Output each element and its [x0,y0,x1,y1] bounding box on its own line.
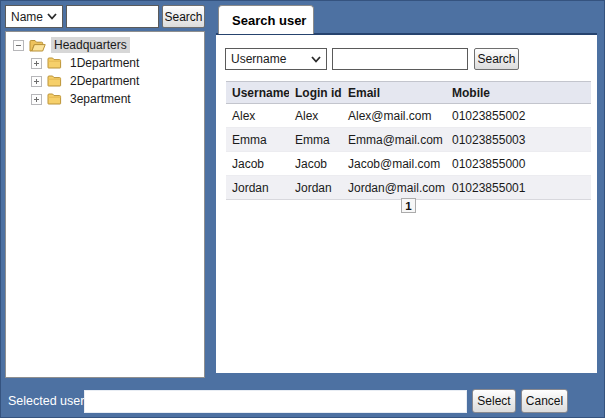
collapse-icon[interactable] [13,40,24,51]
table-header-row: Username Login id Email Mobile [226,82,591,104]
cell-loginid[interactable]: Emma [289,128,342,152]
expand-icon[interactable] [31,94,42,105]
org-tree-panel: Headquarters 1Department 2Department [5,31,205,378]
expand-icon[interactable] [31,76,42,87]
pagination: 1 [226,196,591,214]
tree-field-select[interactable]: Name [5,5,63,28]
column-header-mobile: Mobile [446,82,591,104]
tree-item-2department[interactable]: 2Department [6,72,204,90]
tree-item-label[interactable]: 1Department [67,55,142,71]
tab-search-user[interactable]: Search user [218,5,314,34]
cell-username[interactable]: Alex [226,104,289,128]
column-header-username: Username [226,82,289,104]
folder-icon [47,93,62,105]
search-user-panel: Username Search Username Login id Email … [216,33,597,373]
tree-item-headquarters[interactable]: Headquarters [6,36,204,54]
tree-item-1department[interactable]: 1Department [6,54,204,72]
user-search-window: Name Search Headquarters [0,0,605,418]
cell-username[interactable]: Jacob [226,152,289,176]
tree-item-label[interactable]: Headquarters [51,37,130,53]
open-folder-icon [29,39,46,52]
selected-user-label: Selected user [8,394,84,408]
cell-email[interactable]: Alex@mail.com [342,104,446,128]
cell-mobile[interactable]: 01023855003 [446,128,591,152]
tree-item-label[interactable]: 3epartment [67,91,134,107]
folder-icon [47,57,62,69]
cell-loginid[interactable]: Jacob [289,152,342,176]
expand-icon[interactable] [31,58,42,69]
table-row[interactable]: Alex Alex Alex@mail.com 01023855002 [226,104,591,128]
cell-username[interactable]: Emma [226,128,289,152]
select-button[interactable]: Select [472,389,516,413]
chevron-down-icon [47,13,57,20]
cancel-button[interactable]: Cancel [521,389,568,413]
tree-field-select-value: Name [11,10,43,24]
folder-icon [47,75,62,87]
user-field-select-value: Username [231,52,286,66]
user-search-button[interactable]: Search [474,48,519,70]
cell-email[interactable]: Emma@mail.com [342,128,446,152]
column-header-loginid: Login id [289,82,342,104]
user-search-input[interactable] [332,48,468,70]
column-header-email: Email [342,82,446,104]
table-row[interactable]: Jacob Jacob Jacob@mail.com 01023855000 [226,152,591,176]
cell-mobile[interactable]: 01023855002 [446,104,591,128]
tree-item-label[interactable]: 2Department [67,73,142,89]
tree-search-input[interactable] [66,5,159,28]
tab-label: Search user [232,13,306,28]
user-table: Username Login id Email Mobile Alex Alex… [226,81,591,200]
selected-user-input[interactable] [84,390,467,413]
page-button-1[interactable]: 1 [401,198,415,213]
table-row[interactable]: Emma Emma Emma@mail.com 01023855003 [226,128,591,152]
cell-loginid[interactable]: Alex [289,104,342,128]
tree-search-button[interactable]: Search [162,5,205,28]
cell-mobile[interactable]: 01023855000 [446,152,591,176]
user-field-select[interactable]: Username [225,48,327,70]
chevron-down-icon [311,56,321,63]
cell-email[interactable]: Jacob@mail.com [342,152,446,176]
tree-item-3epartment[interactable]: 3epartment [6,90,204,108]
